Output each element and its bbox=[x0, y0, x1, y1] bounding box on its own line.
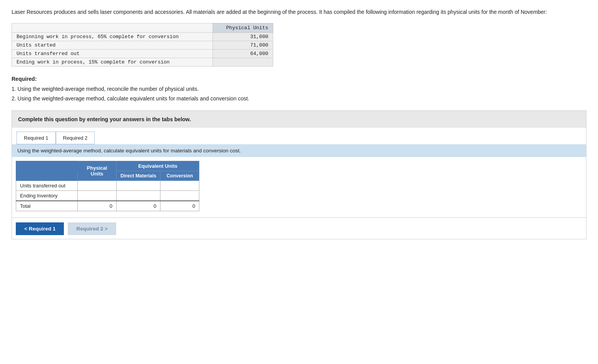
info-label-3: Ending work in process, 15% complete for… bbox=[12, 58, 213, 67]
phys-units-field-0[interactable] bbox=[78, 181, 116, 190]
nav-buttons: < Required 1 Required 2 > bbox=[12, 218, 586, 239]
table-row: Units transferred out bbox=[16, 180, 199, 190]
conv-field-0[interactable] bbox=[160, 181, 199, 190]
info-row-1: Units started 71,000 bbox=[12, 41, 273, 50]
conv-field-1[interactable] bbox=[160, 191, 199, 200]
description-bar: Using the weighted-average method, calcu… bbox=[12, 144, 586, 157]
answer-table: Physical Units Equivalent Units Direct M… bbox=[16, 161, 199, 211]
phys-units-field-1[interactable] bbox=[78, 191, 116, 200]
required-heading: Required: bbox=[12, 76, 37, 82]
conv-input-1[interactable] bbox=[160, 190, 199, 201]
conv-total: 0 bbox=[160, 201, 199, 211]
dm-total: 0 bbox=[117, 201, 160, 211]
table-row: Ending Inventory bbox=[16, 190, 199, 201]
info-value-3 bbox=[213, 58, 273, 67]
phys-units-input-1[interactable] bbox=[78, 190, 117, 201]
dm-input-0[interactable] bbox=[117, 180, 160, 190]
info-value-1: 71,000 bbox=[213, 41, 273, 50]
col-header-conversion: Conversion bbox=[160, 171, 199, 180]
tabs-container: Required 1 Required 2 bbox=[12, 128, 586, 144]
col-header-equiv-units: Equivalent Units bbox=[117, 161, 199, 171]
conv-input-0[interactable] bbox=[160, 180, 199, 190]
phys-units-input-0[interactable] bbox=[78, 180, 117, 190]
info-row-2: Units transferred out 64,000 bbox=[12, 50, 273, 58]
info-row-3: Ending work in process, 15% complete for… bbox=[12, 58, 273, 67]
info-label-1: Units started bbox=[12, 41, 213, 50]
info-value-0: 31,000 bbox=[213, 33, 273, 41]
col-header-direct-materials: Direct Materials bbox=[117, 171, 160, 180]
phys-units-total: 0 bbox=[78, 201, 117, 211]
prev-button[interactable]: < Required 1 bbox=[16, 222, 64, 235]
row-label-total: Total bbox=[16, 201, 78, 211]
tab-required-2[interactable]: Required 2 bbox=[56, 132, 95, 144]
table-row-total: Total 0 0 0 bbox=[16, 201, 199, 211]
info-label-2: Units transferred out bbox=[12, 50, 213, 58]
col-header-phys-units: Physical Units bbox=[78, 161, 117, 180]
row-label-0: Units transferred out bbox=[16, 180, 78, 190]
complete-box: Complete this question by entering your … bbox=[12, 110, 586, 128]
intro-paragraph: Laser Resources produces and sells laser… bbox=[12, 8, 586, 16]
required-item-2: 2. Using the weighted-average method, ca… bbox=[12, 95, 249, 102]
info-table-header: Physical Units bbox=[213, 23, 273, 33]
tab-required-1[interactable]: Required 1 bbox=[17, 132, 56, 144]
dm-field-0[interactable] bbox=[119, 181, 158, 190]
required-section: Required: 1. Using the weighted-average … bbox=[12, 74, 586, 104]
info-table: Physical Units Beginning work in process… bbox=[12, 23, 273, 67]
dm-input-1[interactable] bbox=[117, 190, 160, 201]
dm-field-1[interactable] bbox=[119, 191, 158, 200]
info-row-0: Beginning work in process, 65% complete … bbox=[12, 33, 273, 41]
answer-table-wrapper: Physical Units Equivalent Units Direct M… bbox=[12, 157, 586, 218]
info-value-2: 64,000 bbox=[213, 50, 273, 58]
required-item-1: 1. Using the weighted-average method, re… bbox=[12, 86, 199, 92]
info-label-0: Beginning work in process, 65% complete … bbox=[12, 33, 213, 41]
row-label-1: Ending Inventory bbox=[16, 190, 78, 201]
next-button[interactable]: Required 2 > bbox=[68, 222, 116, 235]
